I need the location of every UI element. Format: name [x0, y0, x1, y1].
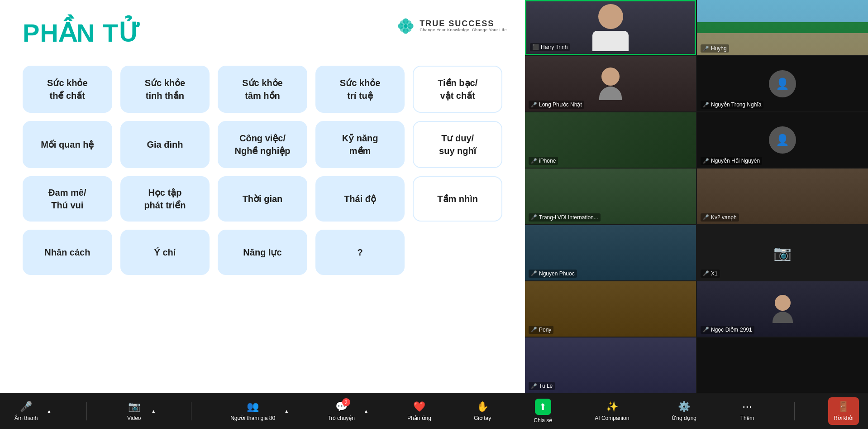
ai-companion-button[interactable]: ✨ AI Companion	[589, 397, 634, 425]
participant-tile-tu-le[interactable]: 🎤 Tu Le	[525, 337, 696, 393]
grid-item-11: Đam mê/Thú vui	[23, 176, 112, 222]
participant-tile-x1[interactable]: 📷 🎤 X1	[697, 225, 868, 280]
harry-body	[592, 31, 629, 51]
long-figure	[599, 67, 622, 100]
participant-tile-trong-nghia[interactable]: 👤 🎤 Nguyễn Trọng Nghĩa	[697, 56, 868, 111]
main-area: TRUE SUCCESS Change Your Knowledge, Chan…	[0, 0, 868, 393]
participant-name-long: 🎤 Long Phước Nhật	[529, 101, 584, 109]
participant-tile-empty	[697, 337, 868, 393]
audio-icon: 🎤	[20, 401, 32, 413]
share-icon: ⬆	[535, 399, 551, 415]
svg-point-8	[404, 24, 408, 28]
leave-button[interactable]: 🚪 Rời khỏi	[828, 397, 859, 425]
participant-name-pony: 🎤 Pony	[529, 326, 553, 334]
chat-group: 💬 2 Trò chuyện ▲	[322, 397, 370, 425]
mute-icon-trang: 🎤	[531, 214, 537, 220]
participant-name-nguyen-phuoc: 🎤 Nguyen Phuoc	[529, 270, 577, 278]
mute-icon-tu-le: 🎤	[531, 383, 537, 389]
participant-tile-kv2[interactable]: 🎤 Kv2 vanph	[697, 169, 868, 224]
audio-button[interactable]: 🎤 Âm thanh	[9, 397, 43, 425]
more-button[interactable]: ⋯ Thêm	[734, 397, 761, 425]
video-chevron[interactable]: ▲	[149, 405, 157, 417]
ngoc-diem-head	[775, 295, 791, 311]
toolbar: 🎤 Âm thanh ▲ 📷 Video ▲ 👥 Người tham gia …	[0, 393, 868, 429]
participants-icon: 👥	[247, 401, 259, 413]
share-button[interactable]: ⬆ Chia sẻ	[528, 395, 558, 427]
svg-point-7	[407, 27, 412, 32]
hai-nguyen-avatar: 👤	[769, 126, 796, 154]
participant-name-iphone: 🎤 iPhone	[529, 157, 558, 165]
presenter-icon: ⬛	[532, 44, 539, 50]
logo-text: TRUE SUCCESS Change Your Knowledge, Chan…	[420, 19, 507, 33]
slide-container: TRUE SUCCESS Change Your Knowledge, Chan…	[0, 0, 525, 393]
participants-label: Người tham gia 80	[230, 415, 275, 421]
trong-nghia-avatar: 👤	[769, 70, 796, 97]
mute-icon-trong-nghia: 🎤	[703, 102, 709, 108]
participant-name-trong-nghia: 🎤 Nguyễn Trọng Nghĩa	[701, 101, 763, 109]
mute-icon-kv2: 🎤	[703, 214, 709, 220]
grid-item-4: Sức khỏetrí tuệ	[315, 66, 405, 113]
grid-item-8: Công việc/Nghề nghiệp	[218, 121, 307, 168]
mute-icon-ngoc-diem: 🎤	[703, 327, 709, 333]
reaction-label: Phản ứng	[407, 415, 431, 421]
grid-item-2: Sức khỏetinh thần	[120, 66, 210, 113]
reaction-button[interactable]: ❤️ Phản ứng	[402, 397, 437, 425]
chat-button[interactable]: 💬 2 Trò chuyện	[322, 397, 360, 425]
chat-chevron[interactable]: ▲	[362, 405, 370, 417]
grid-item-19: ?	[315, 230, 405, 275]
participants-button[interactable]: 👥 Người tham gia 80	[225, 397, 281, 425]
raise-hand-button[interactable]: ✋ Giơ tay	[468, 397, 496, 425]
svg-point-4	[400, 20, 405, 25]
separator-3	[794, 402, 795, 420]
ai-companion-label: AI Companion	[595, 415, 629, 421]
participant-tile-trang[interactable]: 🎤 Trang-LVDI Internation...	[525, 169, 696, 224]
participant-name-trang: 🎤 Trang-LVDI Internation...	[529, 213, 601, 222]
participants-chevron[interactable]: ▲	[282, 405, 291, 417]
mute-icon-iphone: 🎤	[531, 158, 537, 164]
ngoc-diem-figure	[773, 295, 793, 323]
logo-icon	[396, 16, 416, 36]
svg-point-6	[400, 27, 405, 32]
participant-tile-harry-trinh[interactable]: ⬛ Harry Trinh	[525, 0, 696, 55]
participant-name-tu-le: 🎤 Tu Le	[529, 382, 555, 390]
ngoc-diem-body	[773, 312, 793, 323]
grid-item-13: Thời gian	[218, 176, 307, 222]
grid-item-15: Tầm nhìn	[413, 176, 502, 222]
grid-item-9: Kỹ năngmềm	[315, 121, 405, 168]
apps-button[interactable]: ⚙️ Ứng dụng	[666, 397, 702, 425]
audio-chevron[interactable]: ▲	[45, 405, 53, 417]
grid-item-3: Sức khỏetâm hồn	[218, 66, 307, 113]
participant-tile-iphone[interactable]: 🎤 iPhone	[525, 112, 696, 168]
participant-tile-long[interactable]: 🎤 Long Phước Nhật	[525, 56, 696, 111]
grid-item-5: Tiền bạc/vật chất	[413, 66, 502, 113]
grid-item-16: Nhân cách	[23, 230, 112, 275]
participant-tile-pony[interactable]: 🎤 Pony	[525, 281, 696, 337]
mute-icon-hai-nguyen: 🎤	[703, 158, 709, 164]
apps-label: Ứng dụng	[672, 415, 696, 421]
video-group: 📷 Video ▲	[120, 397, 157, 425]
raise-hand-icon: ✋	[477, 401, 489, 413]
more-label: Thêm	[740, 415, 754, 421]
grid-item-14: Thái độ	[315, 176, 405, 222]
grid-item-6: Mối quan hệ	[23, 121, 112, 168]
audio-group: 🎤 Âm thanh ▲	[9, 397, 53, 425]
logo-title: TRUE SUCCESS	[420, 19, 507, 29]
harry-figure	[592, 4, 629, 51]
separator-1	[86, 402, 87, 420]
participant-name-ngoc-diem: 🎤 Ngọc Diễm-2991	[701, 326, 754, 334]
participant-tile-huyhg[interactable]: 🎤 Huyhg	[697, 0, 868, 55]
long-body	[599, 87, 622, 100]
share-label: Chia sẻ	[534, 417, 552, 424]
participant-tile-hai-nguyen[interactable]: 👤 🎤 Nguyễn Hải Nguyên	[697, 112, 868, 168]
video-button[interactable]: 📷 Video	[120, 397, 148, 425]
participant-name-hai-nguyen: 🎤 Nguyễn Hải Nguyên	[701, 157, 762, 165]
apps-icon: ⚙️	[678, 401, 690, 413]
participants-panel: ⬛ Harry Trinh 🎤 Huyhg 🎤 Long Phước Nhật	[525, 0, 868, 393]
participants-group: 👥 Người tham gia 80 ▲	[225, 397, 291, 425]
mute-icon-pony: 🎤	[531, 327, 537, 333]
leave-label: Rời khỏi	[834, 415, 854, 421]
participant-tile-ngoc-diem[interactable]: 🎤 Ngọc Diễm-2991	[697, 281, 868, 337]
raise-hand-label: Giơ tay	[474, 415, 491, 421]
separator-2	[191, 402, 191, 420]
participant-tile-nguyen-phuoc[interactable]: 🎤 Nguyen Phuoc	[525, 225, 696, 280]
